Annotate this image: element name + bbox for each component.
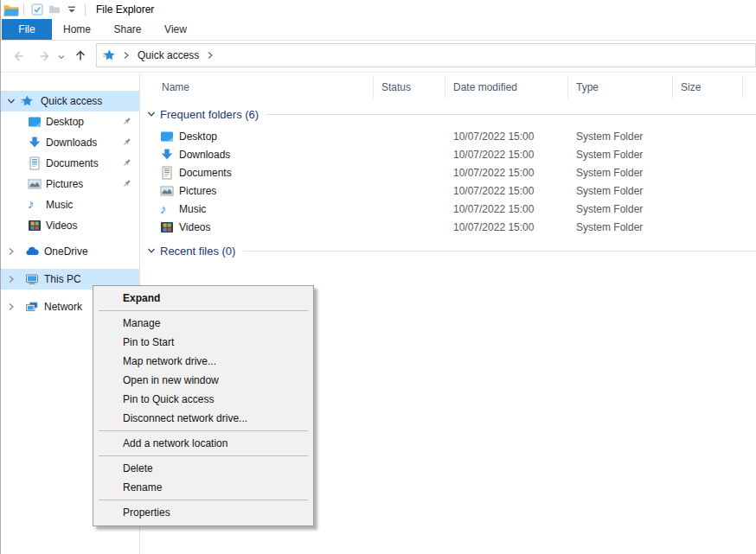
- sidebar-item-downloads[interactable]: Downloads: [1, 132, 139, 153]
- file-row-downloads[interactable]: Downloads 10/07/2022 15:00 System Folder: [140, 145, 756, 163]
- customize-quick-access-toolbar-icon: [65, 3, 79, 16]
- sidebar-item-label: Downloads: [46, 137, 97, 149]
- group-header-frequent-folders[interactable]: Frequent folders (6): [140, 105, 756, 124]
- recent-locations-chevron-icon[interactable]: [56, 52, 67, 62]
- sidebar-item-label: Quick access: [41, 95, 102, 107]
- file-explorer-window: File Explorer File Home Share View Quick…: [0, 0, 756, 554]
- forward-arrow-icon[interactable]: [38, 49, 52, 63]
- downloads-icon: [28, 136, 42, 150]
- group-header-recent-files[interactable]: Recent files (0): [140, 241, 756, 260]
- file-type: System Folder: [568, 131, 673, 143]
- menu-item-disconnect-network-drive[interactable]: Disconnect network drive...: [93, 409, 313, 428]
- address-bar[interactable]: Quick access: [96, 43, 756, 67]
- sidebar-item-label: Network: [44, 301, 82, 313]
- file-explorer-icon: [3, 3, 19, 16]
- menu-item-delete[interactable]: Delete: [93, 459, 313, 478]
- menu-separator: [99, 310, 308, 311]
- navigation-bar: Quick access: [1, 41, 756, 73]
- menu-item-pin-to-quick-access[interactable]: Pin to Quick access: [93, 390, 313, 409]
- file-name: Pictures: [179, 185, 216, 197]
- properties-button[interactable]: [29, 2, 45, 17]
- toolbar-separator: [23, 3, 24, 16]
- documents-icon: [160, 166, 174, 180]
- pin-icon[interactable]: [121, 116, 132, 127]
- new-folder-button[interactable]: [47, 2, 62, 17]
- chevron-down-icon[interactable]: [7, 97, 16, 105]
- menu-item-manage[interactable]: Manage: [93, 314, 313, 333]
- onedrive-cloud-icon: [25, 245, 39, 258]
- sidebar-item-quick-access[interactable]: Quick access: [1, 91, 139, 111]
- up-arrow-icon[interactable]: [74, 48, 87, 62]
- chevron-right-icon[interactable]: [7, 302, 16, 311]
- monitor-icon: [25, 272, 39, 286]
- back-arrow-icon[interactable]: [11, 49, 25, 63]
- sidebar-item-desktop[interactable]: Desktop: [1, 111, 139, 132]
- file-type: System Folder: [568, 149, 673, 161]
- file-name: Documents: [179, 167, 232, 179]
- file-type: System Folder: [568, 167, 673, 179]
- menu-item-pin-to-start[interactable]: Pin to Start: [93, 333, 313, 352]
- column-headers: Name Status Date modified Type Size: [140, 76, 756, 99]
- tab-file[interactable]: File: [2, 19, 52, 40]
- column-header-status[interactable]: Status: [374, 76, 445, 99]
- breadcrumb-location[interactable]: Quick access: [138, 49, 199, 61]
- file-name: Desktop: [179, 131, 217, 143]
- sidebar-item-pictures[interactable]: Pictures: [1, 174, 139, 194]
- column-header-name[interactable]: Name: [140, 76, 374, 99]
- pin-icon[interactable]: [121, 178, 132, 189]
- videos-icon: [28, 219, 42, 232]
- tab-home[interactable]: Home: [52, 19, 102, 40]
- column-header-size[interactable]: Size: [673, 76, 743, 99]
- ribbon-tab-strip: File Home Share View: [1, 19, 756, 41]
- pin-icon[interactable]: [121, 137, 132, 148]
- menu-item-rename[interactable]: Rename: [93, 478, 313, 497]
- menu-separator: [99, 500, 308, 500]
- title-bar: File Explorer: [1, 0, 756, 19]
- file-name: Videos: [179, 221, 210, 233]
- sidebar-item-music[interactable]: ♪ Music: [1, 194, 139, 215]
- music-icon: ♪: [28, 196, 35, 211]
- pin-icon[interactable]: [121, 157, 132, 169]
- sidebar-item-label: Desktop: [46, 116, 84, 128]
- group-label: Frequent folders (6): [160, 108, 259, 121]
- chevron-down-icon[interactable]: [147, 110, 156, 118]
- group-divider-line: [266, 114, 756, 115]
- breadcrumb-chevron-icon[interactable]: [207, 50, 214, 60]
- file-date-modified: 10/07/2022 15:00: [445, 167, 568, 179]
- sidebar-item-label: Documents: [46, 157, 99, 169]
- quick-access-icon: [102, 48, 116, 62]
- menu-item-map-network-drive[interactable]: Map network drive...: [93, 352, 313, 371]
- file-date-modified: 10/07/2022 15:00: [445, 221, 568, 233]
- sidebar-item-documents[interactable]: Documents: [1, 153, 139, 174]
- downloads-icon: [160, 148, 174, 162]
- file-row-music[interactable]: ♪Music 10/07/2022 15:00 System Folder: [140, 200, 756, 218]
- customize-quick-access-toolbar-button[interactable]: [64, 2, 80, 17]
- menu-item-open-in-new-window[interactable]: Open in new window: [93, 371, 313, 390]
- menu-item-properties[interactable]: Properties: [93, 503, 313, 522]
- group-divider-line: [243, 251, 756, 252]
- file-date-modified: 10/07/2022 15:00: [445, 203, 568, 215]
- file-row-documents[interactable]: Documents 10/07/2022 15:00 System Folder: [140, 163, 756, 181]
- chevron-down-icon[interactable]: [147, 246, 156, 255]
- column-header-type[interactable]: Type: [568, 76, 673, 99]
- sidebar-item-label: OneDrive: [44, 245, 88, 258]
- column-header-date-modified[interactable]: Date modified: [445, 76, 568, 99]
- tab-view[interactable]: View: [152, 19, 199, 40]
- breadcrumb-chevron-icon[interactable]: [123, 50, 130, 60]
- music-icon: ♪: [160, 202, 174, 216]
- sidebar-item-label: Pictures: [46, 178, 83, 190]
- tab-share[interactable]: Share: [103, 19, 152, 40]
- menu-item-add-a-network-location[interactable]: Add a network location: [93, 434, 313, 453]
- chevron-right-icon[interactable]: [7, 275, 16, 283]
- file-row-videos[interactable]: Videos 10/07/2022 15:00 System Folder: [140, 218, 756, 236]
- file-row-pictures[interactable]: Pictures 10/07/2022 15:00 System Folder: [140, 181, 756, 200]
- file-row-desktop[interactable]: Desktop 10/07/2022 15:00 System Folder: [140, 127, 756, 145]
- chevron-right-icon[interactable]: [7, 247, 16, 256]
- file-name: Downloads: [179, 149, 230, 161]
- toolbar-separator: [85, 3, 86, 16]
- menu-item-expand[interactable]: Expand: [93, 289, 313, 308]
- videos-icon: [160, 220, 174, 234]
- sidebar-item-onedrive[interactable]: OneDrive: [1, 241, 139, 262]
- window-title: File Explorer: [96, 3, 154, 16]
- sidebar-item-videos[interactable]: Videos: [1, 215, 139, 236]
